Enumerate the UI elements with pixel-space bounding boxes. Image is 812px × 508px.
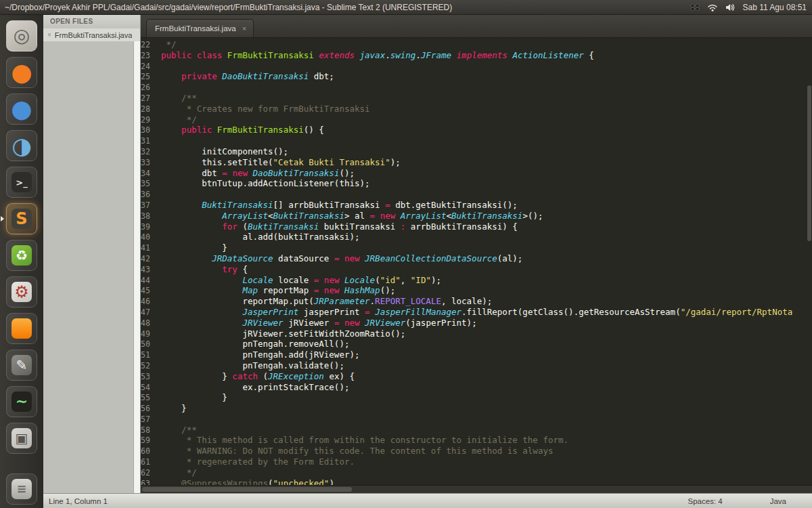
code-line-54[interactable]: 54 ex.printStackTrace(); xyxy=(141,382,812,393)
horizontal-scrollbar[interactable] xyxy=(141,485,812,493)
launcher-firefox-icon[interactable]: ● xyxy=(6,57,37,88)
launcher-app-blue-round-icon[interactable]: ● xyxy=(6,93,37,125)
horizontal-scrollbar-thumb[interactable] xyxy=(142,487,352,492)
code-line-25[interactable]: 25 private DaoBuktiTransaksi dbt; xyxy=(141,71,812,82)
code-line-62[interactable]: 62 */ xyxy=(141,467,812,478)
line-number: 38 xyxy=(141,211,161,222)
launcher-screenshot-tool-icon[interactable]: ▣ xyxy=(6,423,37,454)
code-line-31[interactable]: 31 xyxy=(141,135,812,146)
line-number: 56 xyxy=(141,404,161,415)
launcher-dash-home-icon[interactable]: ◎ xyxy=(6,20,37,51)
code-line-51[interactable]: 51 pnTengah.add(jRViewer); xyxy=(141,350,812,360)
line-number: 43 xyxy=(141,265,161,276)
code-line-39[interactable]: 39 for (BuktiTransaksi buktiTransaksi : … xyxy=(141,221,812,232)
code-line-45[interactable]: 45 Map reportMap = new HashMap(); xyxy=(141,285,812,296)
code-area: 22 */23public class FrmBuktiTransaksi ex… xyxy=(141,38,812,488)
code-line-36[interactable]: 36 xyxy=(141,189,812,200)
line-number: 58 xyxy=(141,425,161,436)
launcher-files-folder-icon[interactable] xyxy=(6,313,37,344)
line-number: 41 xyxy=(141,243,161,254)
code-line-37[interactable]: 37 BuktiTransaksi[] arrbBuktiTransaksi =… xyxy=(141,200,812,211)
launcher-sublime-text-icon[interactable]: S xyxy=(6,203,37,234)
code-line-23[interactable]: 23public class FrmBuktiTransaksi extends… xyxy=(141,50,812,61)
code-line-49[interactable]: 49 jRViewer.setFitWidthZoomRatio(); xyxy=(141,329,812,339)
volume-indicator-icon[interactable] xyxy=(725,3,735,12)
code-line-46[interactable]: 46 reportMap.put(JRParameter.REPORT_LOCA… xyxy=(141,296,812,307)
launcher-trash-icon[interactable]: ≡ xyxy=(6,473,37,505)
desktop: ~/Dropbox/Proyek Akhir PPL/Gadai/Gadai/s… xyxy=(0,0,812,508)
code-line-41[interactable]: 41 } xyxy=(141,242,812,253)
code-line-38[interactable]: 38 ArrayList<BuktiTransaksi> al = new Ar… xyxy=(141,211,812,221)
line-number: 48 xyxy=(141,318,161,329)
line-number: 37 xyxy=(141,200,161,211)
tab-frmbuktitransaksi[interactable]: FrmBuktiTransaksi.java × xyxy=(146,19,254,37)
running-arrow-icon xyxy=(1,216,4,221)
line-number: 34 xyxy=(141,169,161,179)
code-line-50[interactable]: 50 pnTengah.removeAll(); xyxy=(141,339,812,350)
code-line-48[interactable]: 48 JRViewer jRViewer = new JRViewer(jasp… xyxy=(141,318,812,329)
sidebar-scrollbar[interactable] xyxy=(133,41,140,493)
code-editor[interactable]: 22 */23public class FrmBuktiTransaksi ex… xyxy=(141,38,812,493)
code-line-27[interactable]: 27 /** xyxy=(141,93,812,104)
launcher-app-green-sync-icon[interactable]: ♻ xyxy=(6,240,37,271)
code-line-61[interactable]: 61 * regenerated by the Form Editor. xyxy=(141,457,812,467)
gimp-glyph: ✎ xyxy=(16,358,28,372)
code-line-57[interactable]: 57 xyxy=(141,414,812,425)
code-line-35[interactable]: 35 btnTutup.addActionListener(this); xyxy=(141,178,812,189)
line-number: 42 xyxy=(141,254,161,265)
file-close-icon[interactable]: × xyxy=(47,31,51,39)
launcher-terminal-icon[interactable]: >_ xyxy=(6,167,37,198)
code-line-43[interactable]: 43 try { xyxy=(141,264,812,275)
line-number: 31 xyxy=(141,136,161,147)
code-line-24[interactable]: 24 xyxy=(141,61,812,72)
open-file-name: FrmBuktiTransaksi.java xyxy=(55,31,133,39)
app-green-sync-glyph: ♻ xyxy=(16,249,28,262)
clock-indicator[interactable]: Sab 11 Agu 08:51 xyxy=(742,3,807,12)
code-line-22[interactable]: 22 */ xyxy=(141,39,812,50)
vertical-scrollbar-thumb[interactable] xyxy=(807,85,811,241)
code-line-28[interactable]: 28 * Creates new form FrmBuktiTransaksi xyxy=(141,104,812,114)
code-line-47[interactable]: 47 JasperPrint jasperPrint = JasperFillM… xyxy=(141,307,812,318)
code-line-44[interactable]: 44 Locale locale = new Locale("id", "ID"… xyxy=(141,275,812,286)
code-line-42[interactable]: 42 JRDataSource dataSource = new JRBeanC… xyxy=(141,253,812,264)
code-line-60[interactable]: 60 * WARNING: Do NOT modify this code. T… xyxy=(141,446,812,457)
vertical-scrollbar[interactable] xyxy=(807,38,812,485)
launcher-system-monitor-icon[interactable]: ~ xyxy=(6,386,37,417)
tab-close-icon[interactable]: × xyxy=(242,24,246,33)
code-line-55[interactable]: 55 } xyxy=(141,392,812,403)
code-line-30[interactable]: 30 public FrmBuktiTransaksi() { xyxy=(141,125,812,135)
open-file-item[interactable]: × FrmBuktiTransaksi.java xyxy=(43,28,140,41)
launcher-app-blue-swirl-icon[interactable]: ◑ xyxy=(6,130,37,161)
open-files-header: OPEN FILES xyxy=(43,15,140,28)
indent-setting[interactable]: Spaces: 4 xyxy=(688,497,723,505)
launcher-system-settings-icon[interactable]: ⚙ xyxy=(6,276,37,308)
code-line-58[interactable]: 58 /** xyxy=(141,425,812,436)
terminal-glyph: >_ xyxy=(16,178,27,187)
line-number: 23 xyxy=(141,51,161,62)
code-line-40[interactable]: 40 al.add(buktiTransaksi); xyxy=(141,232,812,242)
launcher-gimp-icon[interactable]: ✎ xyxy=(6,350,37,381)
dropbox-indicator-icon[interactable] xyxy=(690,3,700,12)
line-number: 32 xyxy=(141,147,161,158)
editor-pane: FrmBuktiTransaksi.java × 22 */23public c… xyxy=(141,15,812,493)
code-line-29[interactable]: 29 */ xyxy=(141,114,812,125)
code-line-26[interactable]: 26 xyxy=(141,82,812,93)
line-number: 60 xyxy=(141,446,161,457)
code-line-56[interactable]: 56 } xyxy=(141,403,812,414)
code-line-33[interactable]: 33 this.setTitle("Cetak Bukti Transaksi"… xyxy=(141,157,812,168)
line-number: 29 xyxy=(141,115,161,126)
line-number: 57 xyxy=(141,415,161,425)
status-bar: Line 1, Column 1 Spaces: 4 Java xyxy=(43,493,812,508)
code-line-52[interactable]: 52 pnTengah.validate(); xyxy=(141,360,812,371)
line-number: 46 xyxy=(141,297,161,308)
syntax-setting[interactable]: Java xyxy=(770,497,786,505)
line-number: 27 xyxy=(141,93,161,104)
network-wifi-icon[interactable] xyxy=(707,3,718,12)
line-number: 49 xyxy=(141,329,161,340)
firefox-glyph: ● xyxy=(11,60,32,85)
code-line-34[interactable]: 34 dbt = new DaoBuktiTransaksi(); xyxy=(141,168,812,179)
line-number: 33 xyxy=(141,158,161,169)
code-line-59[interactable]: 59 * This method is called from within t… xyxy=(141,435,812,446)
code-line-32[interactable]: 32 initComponents(); xyxy=(141,146,812,157)
code-line-53[interactable]: 53 } catch (JRException ex) { xyxy=(141,371,812,382)
